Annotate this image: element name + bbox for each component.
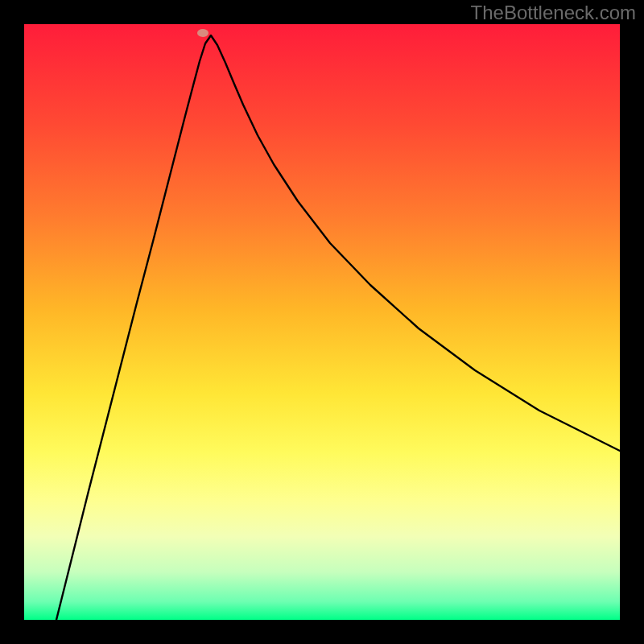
plot-area <box>24 24 620 620</box>
watermark-text: TheBottleneck.com <box>471 2 636 24</box>
y-axis <box>23 24 24 621</box>
x-axis <box>24 620 620 621</box>
bottleneck-curve <box>24 24 620 620</box>
chart-frame: TheBottleneck.com <box>0 0 644 644</box>
min-bottleneck-marker <box>197 29 208 37</box>
